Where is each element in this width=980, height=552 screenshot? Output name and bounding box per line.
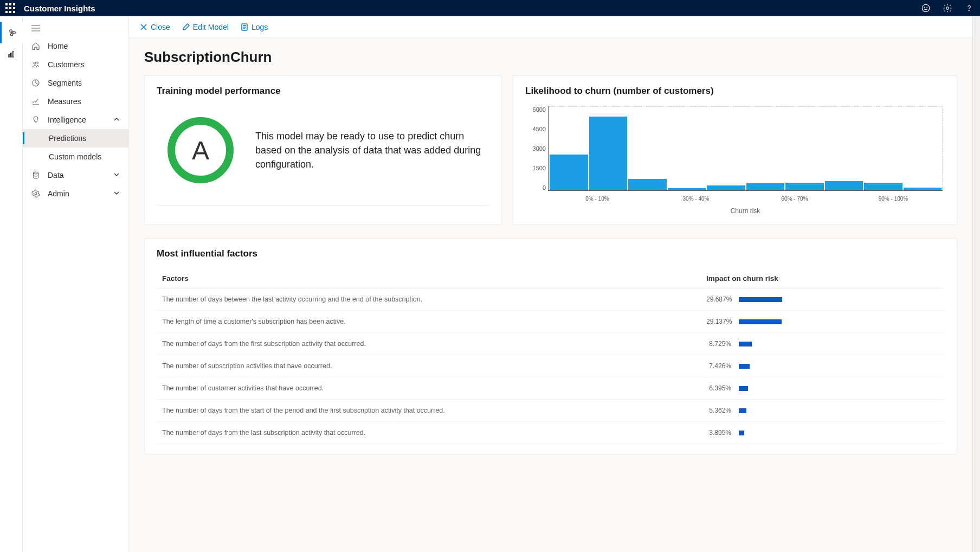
svg-point-7 <box>10 34 13 36</box>
chevron-up-icon <box>113 115 120 124</box>
factor-percent: 29.687% <box>706 296 739 303</box>
cmd-label: Edit Model <box>193 23 229 31</box>
factor-bar <box>739 319 782 324</box>
chart-bar <box>707 185 745 190</box>
factor-bar-cell <box>739 319 939 324</box>
factors-table-body: The number of days between the last acti… <box>157 288 945 444</box>
factor-bar-cell <box>739 364 939 369</box>
factor-row: The number of days from the last subscri… <box>157 422 945 444</box>
close-button[interactable]: Close <box>140 23 170 31</box>
chart-y-axis: 60004500300015000 <box>525 106 546 191</box>
factor-percent: 8.725% <box>706 340 739 348</box>
chart-bar <box>589 117 628 190</box>
rail-item-analytics[interactable] <box>0 43 23 65</box>
sidebar-item-intelligence[interactable]: Intelligence <box>23 111 128 129</box>
factor-percent: 7.426% <box>706 362 739 370</box>
sidebar: Home Customers Segments Measures Intelli… <box>23 16 129 552</box>
factor-row: The length of time a customer's subscrip… <box>157 311 945 333</box>
churn-likelihood-card: Likelihood to churn (number of customers… <box>513 75 957 225</box>
page-title: SubscriptionChurn <box>144 49 957 66</box>
chart-bar <box>550 155 588 190</box>
factor-text: The number of subscription activities th… <box>162 362 706 370</box>
chart-bar <box>628 179 667 190</box>
svg-point-14 <box>34 62 36 64</box>
sidebar-item-label: Predictions <box>49 134 86 143</box>
factor-bar-cell <box>739 386 939 391</box>
factor-row: The number of days from the first subscr… <box>157 333 945 355</box>
svg-point-0 <box>922 4 930 12</box>
help-icon[interactable] <box>964 3 975 14</box>
sidebar-item-custom-models[interactable]: Custom models <box>23 147 128 166</box>
scrollbar[interactable] <box>972 16 980 552</box>
chevron-down-icon <box>113 189 120 198</box>
sidebar-item-predictions[interactable]: Predictions <box>23 129 128 147</box>
edit-model-button[interactable]: Edit Model <box>182 23 229 31</box>
grade-letter: A <box>192 136 209 165</box>
column-header-factors: Factors <box>162 274 706 283</box>
sidebar-item-admin[interactable]: Admin <box>23 184 128 203</box>
factor-bar-cell <box>739 431 939 435</box>
factor-text: The number of days from the last subscri… <box>162 429 706 437</box>
factor-bar <box>739 297 782 302</box>
sidebar-item-home[interactable]: Home <box>23 37 128 55</box>
factor-text: The number of days from the first subscr… <box>162 340 706 348</box>
left-rail <box>0 16 23 552</box>
svg-point-1 <box>924 7 925 8</box>
factor-row: The number of days from the start of the… <box>157 400 945 422</box>
svg-point-4 <box>969 10 969 11</box>
app-launcher-icon[interactable] <box>5 3 15 13</box>
sidebar-item-label: Home <box>48 42 68 50</box>
factor-percent: 5.362% <box>706 407 739 414</box>
chart-bar <box>785 183 824 190</box>
training-performance-card: Training model performance A This model … <box>144 75 502 225</box>
grade-ring: A <box>167 117 234 183</box>
chart-bar <box>668 188 706 190</box>
factor-bar-cell <box>739 297 939 302</box>
main-content: Close Edit Model Logs SubscriptionChurn … <box>129 16 972 552</box>
factor-text: The number of customer activities that h… <box>162 384 706 392</box>
factor-text: The number of days from the start of the… <box>162 407 706 414</box>
factor-bar <box>739 364 750 369</box>
factor-percent: 3.895% <box>706 429 739 437</box>
chart-bar <box>825 181 863 190</box>
factors-table-header: Factors Impact on churn risk <box>157 269 945 288</box>
sidebar-item-label: Segments <box>48 79 82 87</box>
factor-bar-cell <box>739 408 939 413</box>
factor-text: The number of days between the last acti… <box>162 296 706 303</box>
factor-row: The number of customer activities that h… <box>157 377 945 400</box>
sidebar-item-measures[interactable]: Measures <box>23 92 128 111</box>
chart-plot-area <box>548 106 943 191</box>
cmd-label: Logs <box>252 23 268 31</box>
hamburger-icon[interactable] <box>23 21 128 37</box>
sidebar-item-data[interactable]: Data <box>23 166 128 184</box>
feedback-icon[interactable] <box>920 3 931 14</box>
factor-bar <box>739 431 744 435</box>
card-title: Training model performance <box>157 86 489 97</box>
svg-point-6 <box>12 31 15 34</box>
sidebar-item-label: Admin <box>48 189 69 198</box>
factor-bar-cell <box>739 342 939 346</box>
settings-icon[interactable] <box>942 3 953 14</box>
svg-rect-9 <box>11 53 12 57</box>
sidebar-item-label: Custom models <box>49 152 101 161</box>
svg-rect-8 <box>9 55 10 57</box>
factor-row: The number of subscription activities th… <box>157 355 945 377</box>
churn-bar-chart: 60004500300015000 0% - 10%30% - 40%60% -… <box>525 106 945 215</box>
sidebar-item-label: Intelligence <box>48 115 86 124</box>
factor-text: The length of time a customer's subscrip… <box>162 318 706 325</box>
factor-percent: 29.137% <box>706 318 739 325</box>
card-title: Likelihood to churn (number of customers… <box>525 86 945 97</box>
svg-point-15 <box>37 62 38 63</box>
column-header-impact: Impact on churn risk <box>706 274 939 283</box>
factor-bar <box>739 386 748 391</box>
influential-factors-card: Most influential factors Factors Impact … <box>144 238 957 454</box>
svg-rect-10 <box>12 52 14 57</box>
svg-point-2 <box>927 7 927 8</box>
chart-bar <box>904 188 942 190</box>
sidebar-item-customers[interactable]: Customers <box>23 55 128 74</box>
sidebar-item-segments[interactable]: Segments <box>23 74 128 92</box>
chart-x-label: Churn risk <box>548 207 943 215</box>
rail-item-insights[interactable] <box>0 22 23 43</box>
logs-button[interactable]: Logs <box>241 23 268 31</box>
sidebar-item-label: Customers <box>48 60 85 69</box>
